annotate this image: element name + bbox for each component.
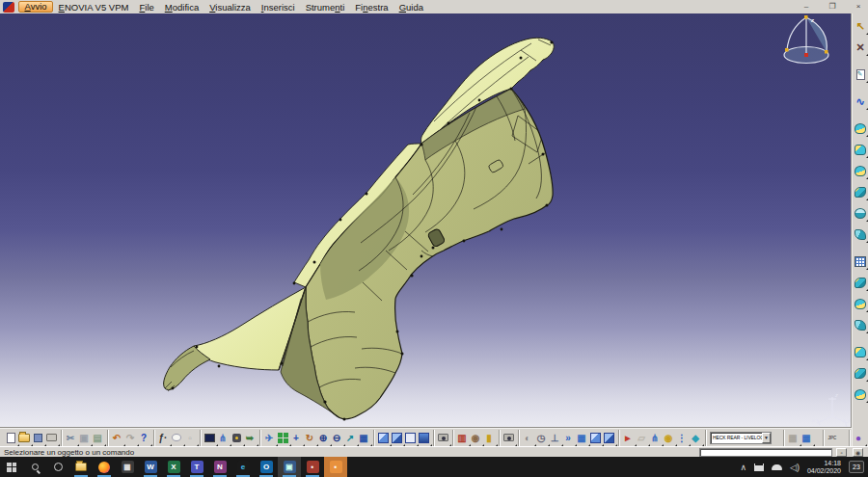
menu-modifica[interactable]: Modifica — [159, 1, 203, 13]
lock-icon[interactable] — [230, 431, 243, 445]
start-button[interactable] — [0, 457, 23, 477]
menu-file[interactable]: File — [134, 1, 159, 13]
taskbar-red-app[interactable]: ▪ — [301, 457, 324, 477]
capture-status-button[interactable]: ◉ — [853, 448, 863, 457]
jpc-icon[interactable]: JPC — [826, 431, 839, 445]
sphere-purple-icon[interactable]: ● — [852, 431, 865, 445]
command-input[interactable] — [699, 448, 832, 457]
share-graph-icon[interactable]: ⋔ — [216, 431, 230, 445]
audio-icon[interactable]: ◉ — [469, 431, 482, 445]
menu-visualizza[interactable]: Visualizza — [204, 1, 257, 13]
rotate-icon[interactable]: ↻ — [303, 431, 316, 445]
annotation-icon[interactable]: ▫ — [183, 431, 197, 445]
taskbar-excel[interactable]: X — [162, 457, 185, 477]
zoom-out-icon[interactable]: ⊖ — [330, 431, 343, 445]
table-gray-icon[interactable]: ▦ — [786, 431, 800, 445]
shaded-view-icon[interactable] — [390, 431, 403, 445]
sketcher-icon[interactable]: ✎ — [854, 68, 867, 81]
work-grid-icon[interactable]: ▦ — [575, 431, 588, 445]
formula-icon[interactable]: ƒ· — [156, 431, 170, 445]
stack-icon[interactable]: ⋮ — [675, 431, 689, 445]
join-surface-icon[interactable] — [854, 367, 867, 380]
comment-icon[interactable] — [170, 431, 183, 445]
red-arrow-icon[interactable]: ► — [621, 431, 635, 445]
spline-curve-icon[interactable]: ∿ — [854, 95, 867, 108]
print-icon[interactable] — [44, 431, 58, 445]
axis-system-icon[interactable]: ⊥ — [548, 431, 561, 445]
taskbar-firefox[interactable] — [93, 457, 116, 477]
nodes-icon[interactable]: ⋔ — [648, 431, 662, 445]
iso-view-icon[interactable] — [376, 431, 390, 445]
extract-icon[interactable] — [854, 319, 867, 331]
table-blue-icon[interactable]: ▦ — [800, 431, 813, 445]
combobox-dropdown-icon[interactable]: ▼ — [762, 433, 771, 443]
cut-icon[interactable]: ✂ — [64, 431, 77, 445]
menu-finestra[interactable]: Finestra — [350, 1, 393, 13]
sketch-faint-icon[interactable]: ▱ — [635, 431, 648, 445]
taskbar-outlook[interactable]: O — [255, 457, 278, 477]
taskbar-clock[interactable]: 14:1804/02/2020 — [807, 460, 841, 475]
sweep-surface-icon[interactable] — [854, 207, 867, 220]
extrude-surface-icon[interactable] — [854, 144, 867, 156]
fill-surface-icon[interactable] — [854, 228, 867, 241]
panel-toggle-button[interactable]: ▫ — [836, 448, 847, 457]
render-style-icon[interactable] — [417, 431, 430, 445]
taskbar-orange-app[interactable]: ▪ — [324, 457, 347, 477]
menu-strumenti[interactable]: Strumenti — [300, 1, 350, 13]
box3d-b-icon[interactable] — [602, 431, 615, 445]
smooth-curve-icon[interactable] — [854, 388, 867, 401]
new-document-icon[interactable] — [4, 431, 17, 445]
menu-guida[interactable]: Guida — [393, 1, 428, 13]
taskbar-ie[interactable]: e — [231, 457, 255, 477]
measure-icon[interactable]: ✕ — [854, 41, 867, 54]
trim-surface-icon[interactable] — [854, 277, 867, 289]
minimize-button[interactable]: – — [801, 2, 811, 11]
camera2-icon[interactable] — [502, 431, 515, 445]
menu-inserisci[interactable]: Inserisci — [256, 1, 300, 13]
diamond-icon[interactable]: ◆ — [689, 431, 702, 445]
multi-view-icon[interactable]: ▦ — [357, 431, 370, 445]
copy-icon[interactable]: ▣ — [77, 431, 91, 445]
red-box-icon[interactable]: ▥ — [455, 431, 469, 445]
network-icon[interactable] — [754, 464, 764, 471]
compass[interactable]: z — [784, 15, 828, 64]
context-help-icon[interactable]: ? — [137, 431, 150, 445]
speaker-icon[interactable]: ◁) — [790, 463, 800, 472]
box3d-a-icon[interactable] — [588, 431, 602, 445]
restore-button[interactable]: ❐ — [827, 2, 837, 11]
paste-icon[interactable]: ▤ — [91, 431, 104, 445]
zoom-in-icon[interactable]: ⊕ — [316, 431, 330, 445]
boundary-icon[interactable] — [854, 298, 867, 310]
model-heck-rear[interactable]: z z x y — [0, 13, 852, 428]
export-box-icon[interactable]: ➥ — [243, 431, 257, 445]
clock-globe-icon[interactable]: ◷ — [534, 431, 548, 445]
redo-icon[interactable]: ↷ — [123, 431, 137, 445]
fly-mode-icon[interactable]: ✈ — [262, 431, 276, 445]
pan-icon[interactable]: + — [289, 431, 303, 445]
taskbar-onenote[interactable]: N — [208, 457, 231, 477]
menu-enovia-v5-vpm[interactable]: ENOVIA V5 VPM — [53, 1, 134, 13]
taskbar-explorer[interactable] — [69, 457, 93, 477]
save-icon[interactable] — [31, 431, 44, 445]
notification-badge[interactable]: 23 — [849, 461, 864, 473]
taskbar-notes[interactable]: ▦ — [116, 457, 139, 477]
pattern-grid-icon[interactable] — [854, 255, 867, 268]
fly-arrows-icon[interactable]: » — [561, 431, 575, 445]
open-icon[interactable] — [17, 431, 31, 445]
capture-icon[interactable] — [436, 431, 449, 445]
healing-icon[interactable] — [854, 346, 867, 358]
taskbar-catia-active[interactable]: ▣ — [278, 457, 301, 477]
wireframe-view-icon[interactable] — [403, 431, 417, 445]
offset-surface-icon[interactable] — [854, 186, 867, 199]
taskbar-word[interactable]: W — [139, 457, 162, 477]
viewport-3d[interactable]: z z x y — [0, 13, 852, 428]
taskbar-teams[interactable]: T — [185, 457, 208, 477]
onedrive-cloud-icon[interactable] — [772, 464, 782, 470]
render-sphere-icon[interactable]: ◐ — [521, 431, 534, 445]
taskbar-search[interactable] — [23, 457, 46, 477]
select-cursor-icon[interactable]: ↖ — [854, 20, 867, 33]
battery-icon[interactable]: ▮ — [482, 431, 496, 445]
undo-icon[interactable]: ↶ — [110, 431, 123, 445]
model-combobox[interactable]: HECK REAR - LIVELOCKS A▼ — [710, 432, 772, 444]
fit-all-icon[interactable] — [276, 431, 289, 445]
